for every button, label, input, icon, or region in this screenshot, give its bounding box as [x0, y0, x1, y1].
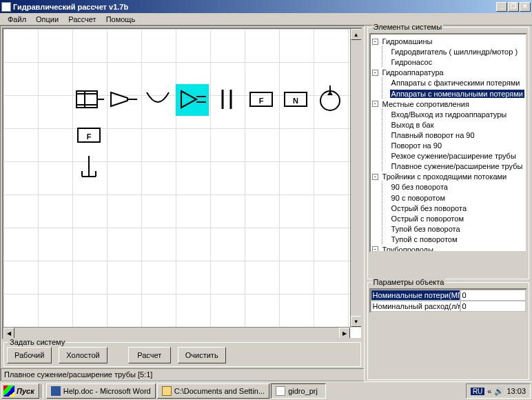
tray-icon[interactable]: 🔊 [494, 387, 504, 396]
params-group-label: Параметры объекта [372, 278, 446, 286]
close-button[interactable]: ✕ [520, 2, 531, 12]
tree-item[interactable]: Плавное сужение/расширение трубы [390, 162, 524, 170]
calc-button[interactable]: Расчет [128, 347, 171, 363]
elements-tree[interactable]: -Гидромашины Гидродвигатель ( шиллиндр/м… [369, 33, 527, 252]
taskbar-task[interactable]: Help.doc - Microsoft Word [46, 383, 156, 399]
task-label: C:\Documents and Settin... [174, 387, 265, 395]
tree-group: Элементы системы -Гидромашины Гидродвига… [367, 27, 529, 279]
menu-file[interactable]: Файл [3, 15, 31, 23]
statusbar: Плавное сужение/расширение трубы [5:1] [1, 368, 364, 381]
tree-item[interactable]: Местные сопротивления [381, 100, 471, 108]
param-row[interactable]: Номинальные потери(МПа) 0 [371, 290, 526, 301]
tree-item[interactable]: Аппараты с фактическими потерями [390, 79, 522, 87]
system-group: Задать систему Рабочий Холостой Расчет О… [3, 342, 361, 367]
canvas-symbol[interactable]: N [279, 84, 312, 116]
tree-item[interactable]: 90 без поворота [390, 183, 449, 191]
canvas-symbol[interactable]: F [72, 126, 105, 148]
tree-item[interactable]: Острый с поворотом [390, 214, 465, 223]
tree-group-label: Элементы системы [372, 23, 443, 31]
param-value[interactable]: 0 [460, 290, 526, 301]
canvas-symbol[interactable]: F [245, 84, 278, 116]
tree-item[interactable]: Острый без поворота [390, 204, 468, 212]
tree-item[interactable]: Гидромашины [381, 37, 434, 46]
menu-help[interactable]: Помощь [101, 15, 141, 23]
clear-button[interactable]: Очистить [178, 347, 226, 363]
system-tray: RU « 🔊 13:03 [466, 383, 531, 399]
scroll-right-button[interactable]: ▶ [339, 328, 350, 339]
work-button[interactable]: Рабочий [7, 347, 52, 363]
tree-item[interactable]: Выход в бак [390, 121, 436, 129]
taskbar: Пуск Help.doc - Microsoft Word C:\Docume… [0, 381, 532, 400]
tree-toggle[interactable]: - [372, 39, 378, 45]
menu-options[interactable]: Опции [31, 15, 63, 23]
svg-marker-7 [181, 91, 196, 108]
maximize-button[interactable]: ❐ [508, 2, 519, 12]
param-name: Номинальный расход(л/м) [371, 301, 460, 312]
tree-toggle[interactable]: - [372, 70, 378, 76]
tree-item[interactable]: Гидродвигатель ( шиллиндр/мотор ) [390, 48, 519, 56]
windows-icon [3, 386, 14, 397]
window-title: Гидравлический рассчет v1.7b [13, 3, 496, 11]
canvas-symbol[interactable] [72, 153, 105, 185]
canvas-area[interactable]: FNF ▲ ▼ ◀ ▶ [2, 28, 362, 339]
taskbar-task-active[interactable]: gidro_prj [271, 383, 326, 399]
vertical-scrollbar[interactable]: ▲ ▼ [350, 29, 361, 327]
tree-toggle[interactable]: - [372, 101, 378, 107]
svg-marker-5 [111, 92, 127, 106]
tree-toggle[interactable]: - [372, 246, 378, 252]
tray-icon[interactable]: « [487, 387, 491, 395]
tree-item[interactable]: 90 с поворотом [390, 194, 447, 202]
start-button[interactable]: Пуск [1, 383, 39, 399]
horizontal-scrollbar[interactable]: ◀ ▶ [3, 327, 350, 338]
svg-text:F: F [87, 132, 92, 141]
tree-item-selected[interactable]: Аппараты с номенальными потерями [390, 90, 524, 98]
tree-item[interactable]: Плавный поворот на 90 [390, 131, 476, 139]
tree-item[interactable]: Гидронасос [390, 58, 434, 66]
tree-item[interactable]: Поворот на 90 [390, 141, 443, 150]
params-table: Номинальные потери(МПа) 0 Номинальный ра… [369, 288, 527, 313]
tree-item[interactable]: Тройники с проходящими потоками [381, 172, 509, 181]
tree-item[interactable]: Тупой без поворота [390, 225, 462, 233]
taskbar-task[interactable]: C:\Documents and Settin... [157, 383, 269, 399]
task-label: Help.doc - Microsoft Word [63, 387, 151, 395]
tree-item[interactable]: Вход/Выход из гидроаппаратуры [390, 110, 509, 119]
svg-text:F: F [259, 97, 264, 105]
tree-item[interactable]: Резкое сужение/расширение трубы [390, 152, 518, 160]
tree-toggle[interactable]: - [372, 174, 378, 180]
scroll-left-button[interactable]: ◀ [3, 328, 14, 339]
menu-calc[interactable]: Рассчет [63, 15, 101, 23]
folder-icon [162, 386, 172, 396]
start-label: Пуск [17, 387, 34, 395]
params-group: Параметры объекта Номинальные потери(МПа… [367, 282, 529, 380]
system-group-label: Задать систему [8, 338, 66, 346]
idle-button[interactable]: Холостой [59, 347, 107, 363]
titlebar: Гидравлический рассчет v1.7b _ ❐ ✕ [0, 0, 532, 13]
canvas-symbol[interactable] [176, 84, 209, 116]
canvas-symbol[interactable] [107, 84, 140, 116]
canvas-symbol[interactable] [210, 84, 243, 116]
menubar: Файл Опции Рассчет Помощь [0, 13, 532, 26]
param-value[interactable]: 0 [460, 301, 526, 312]
scroll-down-button[interactable]: ▼ [351, 316, 362, 327]
word-icon [51, 386, 61, 396]
svg-text:N: N [293, 97, 298, 105]
clock[interactable]: 13:03 [507, 387, 526, 395]
param-row[interactable]: Номинальный расход(л/м) 0 [371, 301, 526, 312]
tree-item[interactable]: Гидроаппаратура [381, 68, 445, 77]
scroll-up-button[interactable]: ▲ [351, 29, 362, 40]
app-icon [276, 386, 285, 396]
task-label: gidro_prj [288, 387, 318, 395]
minimize-button[interactable]: _ [496, 2, 507, 12]
canvas-symbol[interactable] [314, 84, 347, 116]
tree-item[interactable]: Трубопроводы [381, 246, 435, 252]
param-name: Номинальные потери(МПа) [371, 290, 460, 301]
app-icon [1, 2, 11, 12]
tree-item[interactable]: Тупой с поворотом [390, 235, 459, 243]
language-indicator[interactable]: RU [471, 388, 484, 395]
canvas-symbol[interactable] [141, 84, 174, 116]
canvas-symbol[interactable] [72, 84, 105, 116]
